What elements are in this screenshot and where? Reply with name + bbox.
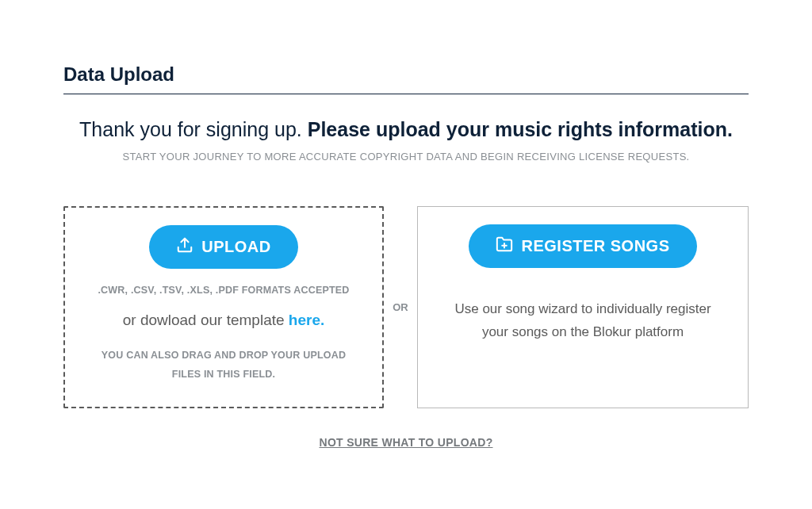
template-prefix-text: or dowload our template [123,312,289,328]
register-button-label: REGISTER SONGS [521,237,669,255]
page-title: Data Upload [63,63,749,86]
template-row: or dowload our template here. [123,312,325,329]
register-songs-button[interactable]: REGISTER SONGS [469,224,696,268]
or-divider: OR [384,206,417,408]
not-sure-help-link[interactable]: NOT SURE WHAT TO UPLOAD? [63,436,749,449]
options-row: UPLOAD .CWR, .CSV, .TSV, .XLS, .PDF FORM… [63,206,749,408]
intro-row: Thank you for signing up. Please upload … [63,118,749,141]
folder-plus-icon [496,235,513,257]
intro-normal-text: Thank you for signing up. [79,118,308,140]
sub-intro-text: START YOUR JOURNEY TO MORE ACCURATE COPY… [63,151,749,163]
register-description: Use our song wizard to individually regi… [440,298,726,344]
intro-bold-text: Please upload your music rights informat… [308,118,733,140]
upload-icon [176,236,193,258]
upload-button[interactable]: UPLOAD [149,225,297,269]
title-divider [63,94,749,94]
register-panel: REGISTER SONGS Use our song wizard to in… [417,206,749,408]
upload-button-label: UPLOAD [201,238,270,256]
accepted-formats-text: .CWR, .CSV, .TSV, .XLS, .PDF FORMATS ACC… [98,285,349,296]
upload-dropzone[interactable]: UPLOAD .CWR, .CSV, .TSV, .XLS, .PDF FORM… [63,206,384,408]
drag-drop-hint: YOU CAN ALSO DRAG AND DROP YOUR UPLOAD F… [93,346,354,385]
download-template-link[interactable]: here. [289,312,324,328]
